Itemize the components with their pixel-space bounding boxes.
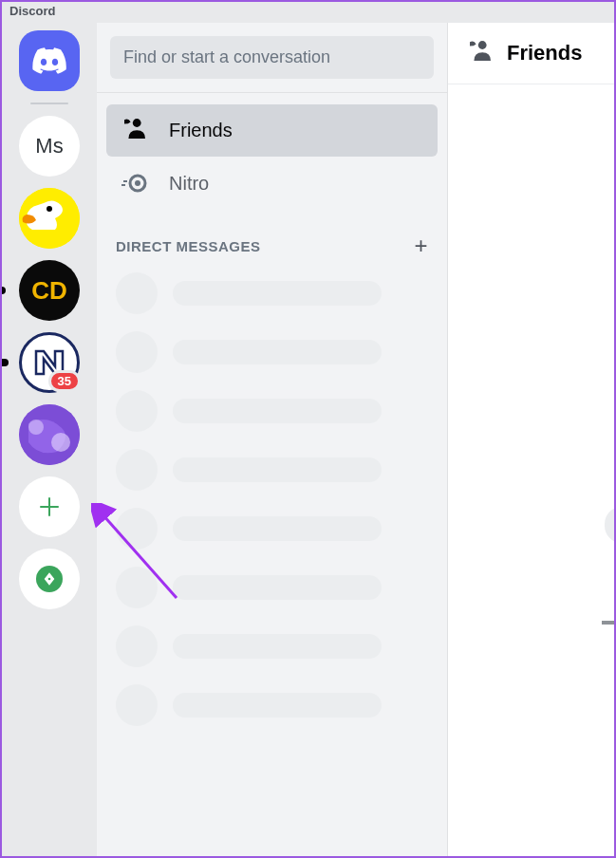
dm-item-placeholder (116, 625, 428, 667)
friends-label: Friends (169, 120, 233, 141)
svg-point-9 (478, 41, 487, 49)
dm-section-header: DIRECT MESSAGES + (97, 214, 447, 267)
nitro-icon (121, 170, 148, 196)
svg-point-1 (47, 206, 52, 212)
friend-wave-icon (467, 40, 494, 66)
main-content: Friends (448, 23, 614, 856)
dm-item-placeholder (116, 390, 428, 432)
server-purple[interactable] (19, 404, 80, 465)
purple-abstract-icon (19, 404, 80, 465)
unread-indicator (1, 359, 9, 366)
svg-point-3 (51, 433, 70, 452)
unread-indicator (0, 287, 6, 294)
svg-point-8 (135, 180, 140, 186)
nitro-nav[interactable]: Nitro (106, 157, 438, 210)
server-list: Ms CD 35 (2, 23, 97, 856)
svg-point-6 (133, 119, 141, 127)
svg-point-4 (28, 420, 44, 435)
server-duck[interactable] (19, 188, 80, 249)
friends-nav[interactable]: Friends (106, 104, 438, 157)
add-server-button[interactable] (19, 476, 80, 537)
content-title: Friends (507, 41, 582, 65)
server-nm[interactable]: 35 (19, 332, 80, 393)
edge-decoration (602, 621, 615, 625)
dm-item-placeholder (116, 272, 428, 314)
dm-header-label: DIRECT MESSAGES (116, 238, 261, 254)
content-header: Friends (448, 23, 614, 84)
dm-item-placeholder (116, 567, 428, 608)
home-button[interactable] (19, 30, 80, 91)
svg-point-5 (48, 578, 51, 581)
channel-sidebar: Find or start a conversation Friends Nit… (97, 23, 448, 856)
plus-icon (38, 495, 61, 518)
duck-icon (19, 188, 80, 249)
discord-logo-icon (32, 47, 66, 74)
server-ms[interactable]: Ms (19, 116, 80, 177)
search-input[interactable]: Find or start a conversation (110, 36, 434, 79)
window-title: Discord (2, 2, 614, 23)
nitro-label: Nitro (169, 173, 209, 195)
dm-list (97, 267, 447, 732)
server-cd[interactable]: CD (19, 260, 80, 321)
dm-item-placeholder (116, 684, 428, 726)
explore-button[interactable] (19, 549, 80, 609)
compass-icon (36, 566, 63, 592)
friend-wave-icon (121, 118, 148, 143)
server-separator (30, 103, 68, 104)
notification-badge: 35 (48, 370, 81, 392)
dm-item-placeholder (116, 508, 428, 550)
edge-decoration (605, 507, 616, 543)
dm-item-placeholder (116, 449, 428, 491)
create-dm-button[interactable]: + (414, 233, 428, 259)
dm-item-placeholder (116, 331, 428, 373)
